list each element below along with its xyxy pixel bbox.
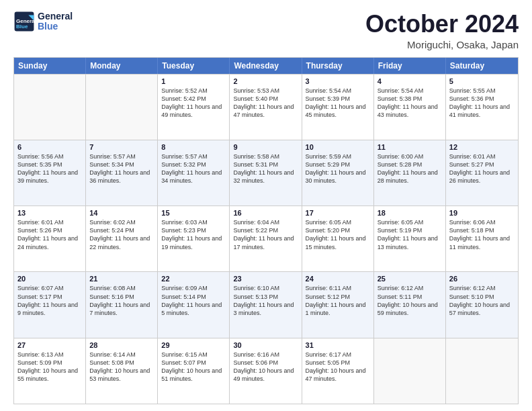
cell-info: Sunrise: 5:55 AMSunset: 5:36 PMDaylight:…	[449, 87, 515, 120]
cell-line: Sunrise: 5:57 AM	[161, 153, 208, 160]
cell-line: Daylight: 11 hours and 43 minutes.	[378, 103, 438, 118]
day-number: 19	[449, 209, 515, 217]
cell-line: Sunset: 5:09 PM	[17, 359, 62, 366]
day-number: 20	[17, 275, 82, 283]
cell-line: Sunset: 5:40 PM	[233, 95, 278, 102]
day-number: 27	[17, 341, 82, 349]
cell-line: Daylight: 10 hours and 53 minutes.	[89, 367, 150, 382]
header-sunday: Sunday	[14, 58, 86, 74]
cell-line: Sunset: 5:17 PM	[17, 293, 62, 300]
cell-line: Sunset: 5:26 PM	[17, 227, 62, 234]
cell-line: Daylight: 11 hours and 49 minutes.	[161, 103, 222, 118]
cell-line: Sunrise: 6:04 AM	[233, 219, 279, 226]
cell-line: Sunrise: 5:59 AM	[306, 153, 352, 160]
cell-line: Sunset: 5:20 PM	[306, 227, 351, 234]
calendar: Sunday Monday Tuesday Wednesday Thursday…	[13, 57, 519, 404]
cell-line: Sunset: 5:29 PM	[306, 161, 351, 168]
cell-line: Sunset: 5:14 PM	[161, 293, 206, 300]
header-tuesday: Tuesday	[158, 58, 230, 74]
header-monday: Monday	[86, 58, 158, 74]
cell-line: Daylight: 11 hours and 47 minutes.	[233, 103, 294, 118]
cell-line: Sunset: 5:31 PM	[233, 161, 278, 168]
cell-line: Sunrise: 5:56 AM	[17, 153, 64, 160]
week-3: 13Sunrise: 6:01 AMSunset: 5:26 PMDayligh…	[14, 205, 518, 271]
cell-line: Daylight: 11 hours and 1 minute.	[306, 302, 366, 316]
day-number: 10	[306, 143, 370, 151]
cell-line: Sunrise: 6:09 AM	[161, 285, 208, 291]
table-row: 3Sunrise: 5:54 AMSunset: 5:39 PMDaylight…	[302, 75, 374, 140]
cell-info: Sunrise: 6:00 AMSunset: 5:28 PMDaylight:…	[378, 152, 442, 185]
cell-line: Daylight: 10 hours and 47 minutes.	[306, 367, 366, 382]
logo-text: General Blue	[38, 11, 73, 32]
day-number: 8	[161, 143, 226, 151]
cell-line: Sunset: 5:08 PM	[89, 359, 134, 366]
svg-text:General: General	[16, 18, 35, 24]
table-row: 22Sunrise: 6:09 AMSunset: 5:14 PMDayligh…	[158, 272, 230, 337]
table-row: 11Sunrise: 6:00 AMSunset: 5:28 PMDayligh…	[374, 140, 446, 205]
cell-line: Daylight: 11 hours and 15 minutes.	[306, 235, 366, 250]
location: Moriguchi, Osaka, Japan	[365, 39, 519, 50]
cell-line: Sunset: 5:28 PM	[378, 161, 423, 168]
cell-line: Daylight: 11 hours and 26 minutes.	[449, 169, 510, 184]
cell-line: Sunset: 5:23 PM	[161, 227, 206, 234]
table-row	[14, 75, 86, 140]
cell-line: Sunset: 5:32 PM	[161, 161, 206, 168]
cell-line: Sunrise: 5:55 AM	[449, 87, 496, 94]
cell-info: Sunrise: 5:57 AMSunset: 5:34 PMDaylight:…	[89, 152, 154, 185]
cell-line: Sunrise: 5:53 AM	[233, 87, 279, 94]
day-number: 1	[161, 77, 226, 85]
cell-info: Sunrise: 6:08 AMSunset: 5:16 PMDaylight:…	[89, 284, 154, 317]
cell-info: Sunrise: 6:11 AMSunset: 5:12 PMDaylight:…	[306, 284, 370, 317]
cell-line: Sunrise: 6:00 AM	[378, 153, 424, 160]
table-row: 14Sunrise: 6:02 AMSunset: 5:24 PMDayligh…	[86, 206, 158, 271]
cell-line: Daylight: 11 hours and 9 minutes.	[17, 302, 78, 316]
logo-icon: General Blue	[13, 11, 35, 32]
table-row: 21Sunrise: 6:08 AMSunset: 5:16 PMDayligh…	[86, 272, 158, 337]
cell-info: Sunrise: 6:05 AMSunset: 5:20 PMDaylight:…	[306, 218, 370, 251]
table-row: 4Sunrise: 5:54 AMSunset: 5:38 PMDaylight…	[374, 75, 446, 140]
cell-line: Sunset: 5:39 PM	[306, 95, 351, 102]
cell-line: Sunset: 5:13 PM	[233, 293, 278, 300]
cell-line: Daylight: 10 hours and 59 minutes.	[378, 302, 438, 316]
cell-info: Sunrise: 5:59 AMSunset: 5:29 PMDaylight:…	[306, 152, 370, 185]
cell-info: Sunrise: 6:13 AMSunset: 5:09 PMDaylight:…	[17, 351, 82, 383]
day-number: 13	[17, 209, 82, 217]
cell-line: Sunset: 5:34 PM	[89, 161, 134, 168]
table-row: 24Sunrise: 6:11 AMSunset: 5:12 PMDayligh…	[302, 272, 374, 337]
table-row	[446, 338, 518, 404]
cell-line: Sunrise: 5:52 AM	[161, 87, 208, 94]
cell-line: Sunset: 5:22 PM	[233, 227, 278, 234]
header-saturday: Saturday	[446, 58, 518, 74]
cell-line: Sunset: 5:38 PM	[378, 95, 423, 102]
cell-line: Daylight: 11 hours and 39 minutes.	[17, 169, 78, 184]
table-row: 9Sunrise: 5:58 AMSunset: 5:31 PMDaylight…	[230, 140, 302, 205]
cell-line: Sunset: 5:27 PM	[449, 161, 494, 168]
day-number: 14	[89, 209, 154, 217]
cell-info: Sunrise: 6:06 AMSunset: 5:18 PMDaylight:…	[449, 218, 515, 251]
day-number: 11	[378, 143, 442, 151]
week-2: 6Sunrise: 5:56 AMSunset: 5:35 PMDaylight…	[14, 140, 518, 205]
table-row: 6Sunrise: 5:56 AMSunset: 5:35 PMDaylight…	[14, 140, 86, 205]
cell-info: Sunrise: 6:04 AMSunset: 5:22 PMDaylight:…	[233, 218, 298, 251]
table-row: 16Sunrise: 6:04 AMSunset: 5:22 PMDayligh…	[230, 206, 302, 271]
table-row: 20Sunrise: 6:07 AMSunset: 5:17 PMDayligh…	[14, 272, 86, 337]
cell-info: Sunrise: 6:02 AMSunset: 5:24 PMDaylight:…	[89, 218, 154, 251]
cell-line: Daylight: 11 hours and 34 minutes.	[161, 169, 222, 184]
cell-info: Sunrise: 6:15 AMSunset: 5:07 PMDaylight:…	[161, 351, 226, 383]
cell-line: Sunset: 5:42 PM	[161, 95, 206, 102]
cell-info: Sunrise: 6:01 AMSunset: 5:26 PMDaylight:…	[17, 218, 82, 251]
cell-line: Daylight: 11 hours and 32 minutes.	[233, 169, 294, 184]
cell-line: Sunset: 5:11 PM	[378, 293, 423, 300]
day-number: 22	[161, 275, 226, 283]
day-number: 3	[306, 77, 370, 85]
cell-info: Sunrise: 6:12 AMSunset: 5:10 PMDaylight:…	[449, 284, 515, 317]
cell-line: Daylight: 11 hours and 19 minutes.	[161, 235, 222, 250]
cell-line: Sunset: 5:06 PM	[233, 359, 278, 366]
week-5: 27Sunrise: 6:13 AMSunset: 5:09 PMDayligh…	[14, 338, 518, 404]
cell-line: Daylight: 11 hours and 11 minutes.	[449, 235, 510, 250]
day-number: 29	[161, 341, 226, 349]
cell-line: Daylight: 11 hours and 30 minutes.	[306, 169, 366, 184]
day-number: 23	[233, 275, 298, 283]
cell-info: Sunrise: 5:54 AMSunset: 5:38 PMDaylight:…	[378, 87, 442, 120]
table-row: 5Sunrise: 5:55 AMSunset: 5:36 PMDaylight…	[446, 75, 518, 140]
